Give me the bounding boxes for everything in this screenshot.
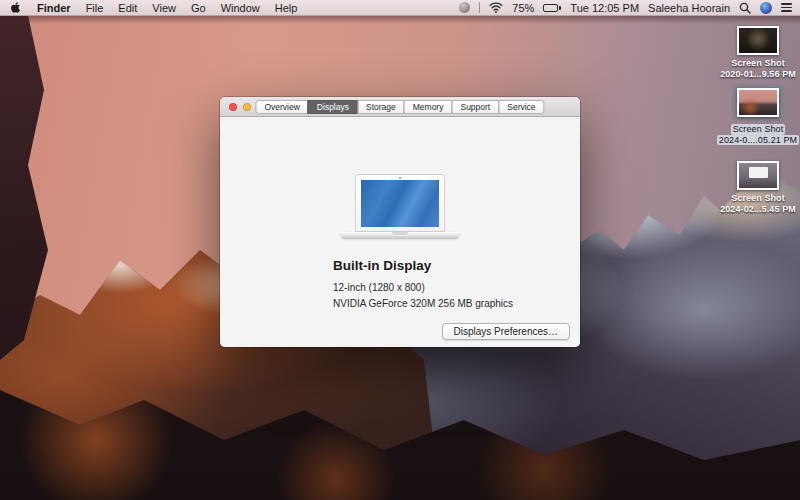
menubar-shadow <box>0 16 800 24</box>
wifi-icon[interactable] <box>489 2 503 13</box>
menu-file[interactable]: File <box>86 0 104 16</box>
macbook-display-wallpaper <box>361 180 439 227</box>
macbook-screen <box>355 174 445 232</box>
macbook-camera-dot <box>399 177 401 179</box>
siri-icon[interactable] <box>760 2 772 14</box>
menu-bar: Finder File Edit View Go Window Help 75%… <box>0 0 800 16</box>
display-resolution-text: 12-inch (1280 x 800) <box>333 282 425 293</box>
menu-extra-orb-icon[interactable] <box>459 2 470 13</box>
battery-percent[interactable]: 75% <box>512 2 534 14</box>
thumbnail-mini-window <box>749 167 768 178</box>
tab-overview[interactable]: Overview <box>255 100 308 114</box>
tab-support[interactable]: Support <box>451 100 499 114</box>
menu-go[interactable]: Go <box>191 0 206 16</box>
tab-displays[interactable]: Displays <box>308 100 358 114</box>
notification-center-icon[interactable] <box>781 3 792 12</box>
icon-selection-highlight <box>732 84 784 121</box>
macbook-base <box>340 232 460 238</box>
display-name-heading: Built-in Display <box>333 258 431 273</box>
menu-view[interactable]: View <box>152 0 176 16</box>
battery-icon[interactable] <box>543 4 561 12</box>
macbook-illustration <box>340 174 460 238</box>
displays-tab-content: Built-in Display 12-inch (1280 x 800) NV… <box>220 118 580 347</box>
screenshot-thumbnail <box>737 161 779 190</box>
desktop-icon-label: Screen Shot2024-02...5.45 PM <box>718 193 798 214</box>
desktop-icon-label: Screen Shot2020-01...9.56 PM <box>718 58 798 79</box>
spotlight-search-icon[interactable] <box>739 2 751 14</box>
minimize-button[interactable] <box>243 103 251 111</box>
apple-logo-icon[interactable] <box>10 1 22 14</box>
window-titlebar[interactable]: Overview Displays Storage Memory Support… <box>220 97 580 117</box>
tab-storage[interactable]: Storage <box>357 100 405 114</box>
display-graphics-text: NVIDIA GeForce 320M 256 MB graphics <box>333 298 513 309</box>
menu-extras-divider <box>479 2 480 13</box>
tab-memory[interactable]: Memory <box>404 100 453 114</box>
menubar-clock[interactable]: Tue 12:05 PM <box>570 2 639 14</box>
close-button[interactable] <box>229 103 237 111</box>
desktop-icon-screenshot-2024-jan[interactable]: Screen Shot2024-0....05.21 PM <box>716 84 800 145</box>
desktop-icon-label: Screen Shot2024-0....05.21 PM <box>717 124 799 145</box>
menu-edit[interactable]: Edit <box>118 0 137 16</box>
menubar-user-name[interactable]: Saleeha Hoorain <box>648 2 730 14</box>
displays-preferences-button[interactable]: Displays Preferences… <box>442 323 570 340</box>
tab-bar: Overview Displays Storage Memory Support… <box>255 100 544 114</box>
desktop-icon-screenshot-2024-feb[interactable]: Screen Shot2024-02...5.45 PM <box>716 161 800 214</box>
about-this-mac-window: Overview Displays Storage Memory Support… <box>220 97 580 347</box>
menu-finder[interactable]: Finder <box>37 0 71 16</box>
menu-help[interactable]: Help <box>275 0 298 16</box>
menu-window[interactable]: Window <box>221 0 260 16</box>
screenshot-thumbnail <box>737 88 779 117</box>
desktop-icon-screenshot-2020[interactable]: Screen Shot2020-01...9.56 PM <box>716 26 800 79</box>
tab-service[interactable]: Service <box>498 100 544 114</box>
screenshot-thumbnail <box>737 26 779 55</box>
